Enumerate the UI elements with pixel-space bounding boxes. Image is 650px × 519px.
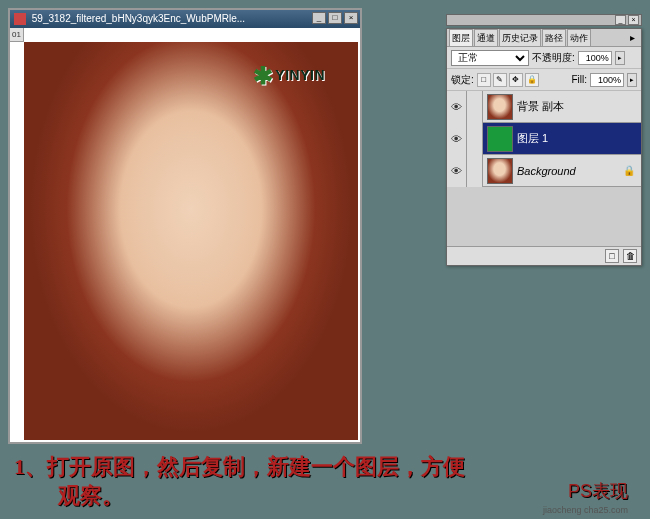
layers-blank-area[interactable] <box>447 187 641 247</box>
opacity-label: 不透明度: <box>532 51 575 65</box>
lock-pixels-icon[interactable]: ✎ <box>493 73 507 87</box>
panel-minimize-button[interactable]: _ <box>615 15 626 25</box>
lock-indicator-icon: 🔒 <box>623 165 637 176</box>
fill-value[interactable]: 100% <box>590 73 624 87</box>
tab-actions[interactable]: 动作 <box>567 29 591 47</box>
layer-thumbnail[interactable] <box>487 158 513 184</box>
layer-row[interactable]: 👁 图层 1 <box>447 123 641 155</box>
image-title: 59_3182_filtered_bHNy3qyk3Enc_WubPMRle..… <box>32 13 245 24</box>
eye-icon[interactable]: 👁 <box>447 91 467 123</box>
blend-opacity-row: 正常 不透明度: 100% ▸ <box>447 47 641 69</box>
link-cell[interactable] <box>467 91 483 123</box>
opacity-arrow-icon[interactable]: ▸ <box>615 51 625 65</box>
canvas-area[interactable] <box>24 42 358 440</box>
lock-icons-group: □ ✎ ✥ 🔒 <box>477 73 539 87</box>
caption-small: jiaocheng cha25.com <box>543 505 628 515</box>
eye-icon[interactable]: 👁 <box>447 155 467 187</box>
panel-close-button[interactable]: × <box>628 15 639 25</box>
eye-icon[interactable]: 👁 <box>447 123 467 155</box>
layer-name[interactable]: Background <box>517 165 623 177</box>
layer-row[interactable]: 👁 Background 🔒 <box>447 155 641 187</box>
instruction-caption: 1、打开原图，然后复制，新建一个图层，方便 观察。 <box>14 452 642 511</box>
minimize-button[interactable]: _ <box>312 12 326 24</box>
fill-arrow-icon[interactable]: ▸ <box>627 73 637 87</box>
fill-label: Fill: <box>571 74 587 85</box>
watermark-icon: ✱ <box>253 62 274 89</box>
tab-layers[interactable]: 图层 <box>449 29 473 47</box>
maximize-button[interactable]: □ <box>328 12 342 24</box>
tab-channels[interactable]: 通道 <box>474 29 498 47</box>
panel-strip[interactable]: _ × <box>446 14 642 26</box>
panel-footer: □ 🗑 <box>447 247 641 265</box>
opacity-value[interactable]: 100% <box>578 51 612 65</box>
lock-all-icon[interactable]: 🔒 <box>525 73 539 87</box>
layers-panel: 图层 通道 历史记录 路径 动作 ▸ 正常 不透明度: 100% ▸ 锁定: □… <box>446 28 642 266</box>
lock-fill-row: 锁定: □ ✎ ✥ 🔒 Fill: 100% ▸ <box>447 69 641 91</box>
caption-watermark: PS表现 <box>568 479 628 503</box>
ruler-corner: 01 <box>10 28 24 42</box>
image-window: 59_3182_filtered_bHNy3qyk3Enc_WubPMRle..… <box>8 8 362 444</box>
layer-thumbnail[interactable] <box>487 126 513 152</box>
window-controls: _ □ × <box>312 12 358 24</box>
layers-list: 👁 背景 副本 👁 图层 1 👁 Background 🔒 <box>447 91 641 247</box>
image-titlebar[interactable]: 59_3182_filtered_bHNy3qyk3Enc_WubPMRle..… <box>10 10 360 28</box>
link-cell[interactable] <box>467 123 483 155</box>
panel-tabs: 图层 通道 历史记录 路径 动作 ▸ <box>447 29 641 47</box>
new-layer-icon[interactable]: □ <box>605 249 619 263</box>
photo-content <box>24 42 358 440</box>
panel-menu-icon[interactable]: ▸ <box>625 32 639 43</box>
watermark: ✱YINYIN <box>253 62 325 90</box>
file-icon <box>14 13 26 25</box>
tab-paths[interactable]: 路径 <box>542 29 566 47</box>
close-button[interactable]: × <box>344 12 358 24</box>
layer-thumbnail[interactable] <box>487 94 513 120</box>
lock-label: 锁定: <box>451 73 474 87</box>
tab-history[interactable]: 历史记录 <box>499 29 541 47</box>
delete-layer-icon[interactable]: 🗑 <box>623 249 637 263</box>
lock-transparency-icon[interactable]: □ <box>477 73 491 87</box>
layer-row[interactable]: 👁 背景 副本 <box>447 91 641 123</box>
link-cell[interactable] <box>467 155 483 187</box>
blend-mode-select[interactable]: 正常 <box>451 50 529 66</box>
lock-position-icon[interactable]: ✥ <box>509 73 523 87</box>
layer-name[interactable]: 背景 副本 <box>517 99 641 114</box>
layer-name[interactable]: 图层 1 <box>517 131 641 146</box>
